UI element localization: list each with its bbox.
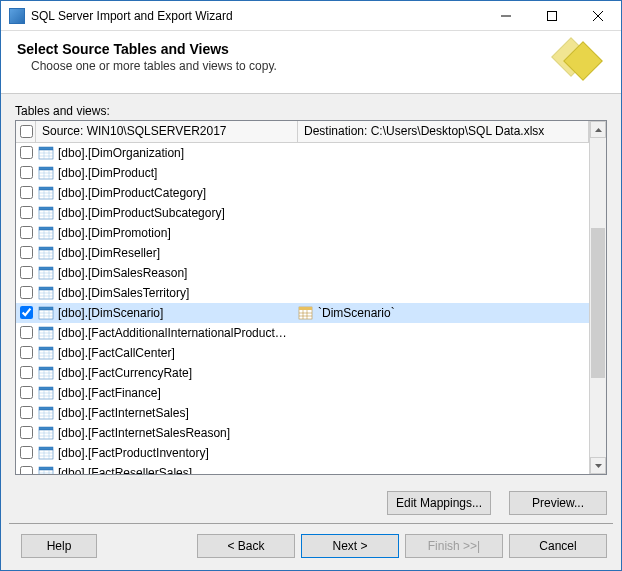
row-checkbox-cell[interactable] — [16, 186, 36, 199]
column-header-source[interactable]: Source: WIN10\SQLSERVER2017 — [36, 121, 298, 142]
row-checkbox-cell[interactable] — [16, 366, 36, 379]
source-name: [dbo].[FactResellerSales] — [58, 466, 192, 475]
back-button[interactable]: < Back — [197, 534, 295, 558]
finish-button[interactable]: Finish >>| — [405, 534, 503, 558]
table-row[interactable]: [dbo].[DimScenario]`DimScenario` — [16, 303, 589, 323]
grid-rows: [dbo].[DimOrganization][dbo].[DimProduct… — [16, 143, 589, 474]
row-checkbox-cell[interactable] — [16, 466, 36, 474]
row-checkbox-cell[interactable] — [16, 266, 36, 279]
select-all-cell[interactable] — [16, 121, 36, 142]
source-cell[interactable]: [dbo].[DimProductCategory] — [36, 186, 298, 200]
source-name: [dbo].[DimSalesTerritory] — [58, 286, 189, 300]
row-checkbox-cell[interactable] — [16, 166, 36, 179]
help-button[interactable]: Help — [21, 534, 97, 558]
wizard-window: SQL Server Import and Export Wizard Sele… — [0, 0, 622, 571]
row-checkbox[interactable] — [20, 146, 33, 159]
source-cell[interactable]: [dbo].[FactCallCenter] — [36, 346, 298, 360]
source-cell[interactable]: [dbo].[FactAdditionalInternationalProduc… — [36, 326, 298, 340]
source-name: [dbo].[DimReseller] — [58, 246, 160, 260]
close-button[interactable] — [575, 1, 621, 31]
source-cell[interactable]: [dbo].[DimReseller] — [36, 246, 298, 260]
row-checkbox-cell[interactable] — [16, 246, 36, 259]
source-cell[interactable]: [dbo].[DimSalesTerritory] — [36, 286, 298, 300]
source-cell[interactable]: [dbo].[FactFinance] — [36, 386, 298, 400]
svg-rect-46 — [39, 287, 53, 290]
source-name: [dbo].[DimPromotion] — [58, 226, 171, 240]
svg-marker-119 — [595, 464, 602, 468]
sheet-icon — [298, 306, 314, 320]
column-header-destination[interactable]: Destination: C:\Users\Desktop\SQL Data.x… — [298, 121, 589, 142]
row-checkbox[interactable] — [20, 326, 33, 339]
cancel-button[interactable]: Cancel — [509, 534, 607, 558]
table-row[interactable]: [dbo].[FactInternetSales] — [16, 403, 589, 423]
source-cell[interactable]: [dbo].[FactInternetSalesReason] — [36, 426, 298, 440]
row-checkbox-cell[interactable] — [16, 346, 36, 359]
row-checkbox[interactable] — [20, 206, 33, 219]
source-cell[interactable]: [dbo].[DimOrganization] — [36, 146, 298, 160]
source-cell[interactable]: [dbo].[FactResellerSales] — [36, 466, 298, 475]
row-checkbox-cell[interactable] — [16, 426, 36, 439]
table-row[interactable]: [dbo].[DimSalesReason] — [16, 263, 589, 283]
row-checkbox-cell[interactable] — [16, 446, 36, 459]
table-row[interactable]: [dbo].[DimReseller] — [16, 243, 589, 263]
row-checkbox-cell[interactable] — [16, 146, 36, 159]
table-row[interactable]: [dbo].[DimPromotion] — [16, 223, 589, 243]
source-name: [dbo].[FactAdditionalInternationalProduc… — [58, 326, 294, 340]
row-checkbox[interactable] — [20, 286, 33, 299]
source-cell[interactable]: [dbo].[DimPromotion] — [36, 226, 298, 240]
row-checkbox[interactable] — [20, 226, 33, 239]
next-button[interactable]: Next > — [301, 534, 399, 558]
row-checkbox[interactable] — [20, 306, 33, 319]
vertical-scrollbar[interactable] — [589, 121, 606, 474]
scroll-down-button[interactable] — [590, 457, 606, 474]
row-checkbox-cell[interactable] — [16, 226, 36, 239]
table-row[interactable]: [dbo].[DimOrganization] — [16, 143, 589, 163]
scroll-thumb[interactable] — [591, 228, 605, 378]
table-row[interactable]: [dbo].[DimSalesTerritory] — [16, 283, 589, 303]
minimize-button[interactable] — [483, 1, 529, 31]
table-row[interactable]: [dbo].[DimProductCategory] — [16, 183, 589, 203]
select-all-checkbox[interactable] — [20, 125, 33, 138]
scroll-track[interactable] — [590, 138, 606, 457]
row-checkbox-cell[interactable] — [16, 286, 36, 299]
destination-cell[interactable]: `DimScenario` — [298, 306, 589, 320]
source-cell[interactable]: [dbo].[FactInternetSales] — [36, 406, 298, 420]
row-checkbox-cell[interactable] — [16, 326, 36, 339]
row-checkbox[interactable] — [20, 366, 33, 379]
preview-button[interactable]: Preview... — [509, 491, 607, 515]
edit-mappings-button[interactable]: Edit Mappings... — [387, 491, 491, 515]
table-row[interactable]: [dbo].[FactFinance] — [16, 383, 589, 403]
row-checkbox[interactable] — [20, 166, 33, 179]
maximize-button[interactable] — [529, 1, 575, 31]
row-checkbox-cell[interactable] — [16, 406, 36, 419]
row-checkbox[interactable] — [20, 426, 33, 439]
table-row[interactable]: [dbo].[FactProductInventory] — [16, 443, 589, 463]
row-checkbox-cell[interactable] — [16, 206, 36, 219]
row-checkbox[interactable] — [20, 466, 33, 474]
scroll-up-button[interactable] — [590, 121, 606, 138]
source-cell[interactable]: [dbo].[DimProduct] — [36, 166, 298, 180]
source-cell[interactable]: [dbo].[DimScenario] — [36, 306, 298, 320]
source-cell[interactable]: [dbo].[FactProductInventory] — [36, 446, 298, 460]
row-checkbox[interactable] — [20, 406, 33, 419]
row-checkbox[interactable] — [20, 246, 33, 259]
table-row[interactable]: [dbo].[DimProduct] — [16, 163, 589, 183]
row-checkbox[interactable] — [20, 446, 33, 459]
row-checkbox-cell[interactable] — [16, 306, 36, 319]
wizard-footer: Help < Back Next > Finish >>| Cancel — [1, 524, 621, 570]
row-checkbox-cell[interactable] — [16, 386, 36, 399]
table-row[interactable]: [dbo].[FactResellerSales] — [16, 463, 589, 474]
table-row[interactable]: [dbo].[FactAdditionalInternationalProduc… — [16, 323, 589, 343]
row-checkbox[interactable] — [20, 266, 33, 279]
source-cell[interactable]: [dbo].[FactCurrencyRate] — [36, 366, 298, 380]
row-checkbox[interactable] — [20, 346, 33, 359]
table-row[interactable]: [dbo].[FactCallCenter] — [16, 343, 589, 363]
table-icon — [38, 266, 54, 280]
row-checkbox[interactable] — [20, 186, 33, 199]
source-cell[interactable]: [dbo].[DimSalesReason] — [36, 266, 298, 280]
row-checkbox[interactable] — [20, 386, 33, 399]
table-row[interactable]: [dbo].[FactInternetSalesReason] — [16, 423, 589, 443]
table-row[interactable]: [dbo].[DimProductSubcategory] — [16, 203, 589, 223]
source-cell[interactable]: [dbo].[DimProductSubcategory] — [36, 206, 298, 220]
table-row[interactable]: [dbo].[FactCurrencyRate] — [16, 363, 589, 383]
